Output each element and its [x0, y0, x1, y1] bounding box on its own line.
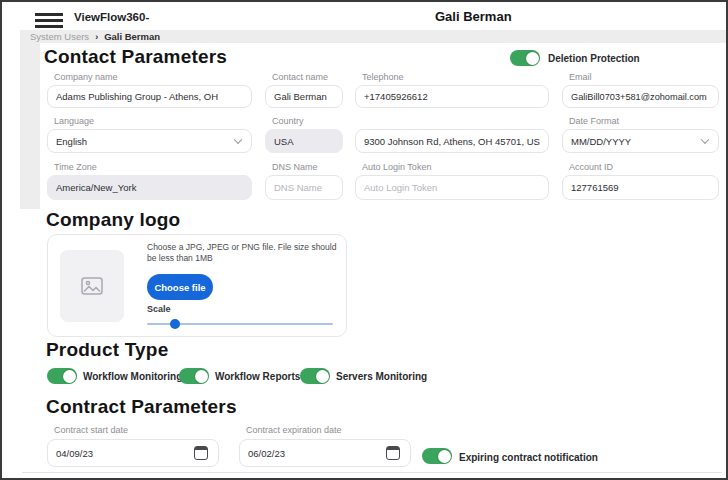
- chevron-down-icon: [701, 136, 709, 144]
- auto-login-token-input[interactable]: [355, 175, 549, 200]
- top-bar: ViewFlow360- Gali Berman: [2, 2, 726, 30]
- calendar-icon[interactable]: [386, 446, 400, 460]
- contract-start-label: Contract start date: [54, 425, 128, 435]
- company-logo-heading: Company logo: [46, 209, 180, 231]
- breadcrumb-system-users[interactable]: System Users: [30, 31, 89, 42]
- dns-name-label: DNS Name: [272, 162, 318, 172]
- servers-monitoring-label: Servers Monitoring: [336, 371, 427, 382]
- email-input[interactable]: [562, 85, 719, 108]
- contract-parameters-heading: Contract Parameters: [46, 396, 237, 418]
- time-zone-field: America/New_York: [47, 175, 252, 200]
- address-input[interactable]: [355, 129, 549, 153]
- date-format-label: Date Format: [569, 116, 619, 126]
- company-name-input[interactable]: [47, 85, 252, 108]
- breadcrumb: System Users › Gali Berman: [30, 31, 160, 42]
- logo-placeholder: [60, 250, 124, 322]
- expiring-contract-notification-label: Expiring contract notification: [459, 452, 598, 463]
- time-zone-value: America/New_York: [56, 182, 136, 193]
- auto-login-token-label: Auto Login Token: [362, 162, 431, 172]
- calendar-icon[interactable]: [194, 446, 208, 460]
- telephone-input[interactable]: [355, 85, 549, 108]
- servers-monitoring-toggle[interactable]: [300, 368, 330, 384]
- country-label: Country: [272, 116, 304, 126]
- image-placeholder-icon: [81, 277, 103, 295]
- date-format-select[interactable]: MM/DD/YYYY: [562, 129, 719, 153]
- left-gutter: [20, 43, 40, 209]
- page-title: Gali Berman: [435, 9, 512, 24]
- app-window: ViewFlow360- Gali Berman System Users › …: [0, 0, 728, 480]
- contact-name-input[interactable]: [265, 85, 343, 108]
- workflow-reports-label: Workflow Reports: [215, 371, 300, 382]
- scale-slider[interactable]: [147, 323, 333, 325]
- contract-expiration-label: Contract expiration date: [246, 425, 342, 435]
- country-value: USA: [274, 136, 294, 147]
- brand-title: ViewFlow360-: [74, 11, 149, 23]
- product-type-heading: Product Type: [46, 339, 168, 361]
- dns-name-input[interactable]: [265, 175, 343, 200]
- logo-hint-text: Choose a JPG, JPEG or PNG file. File siz…: [147, 242, 343, 264]
- language-select[interactable]: English: [47, 129, 252, 153]
- country-field: USA: [265, 129, 343, 153]
- choose-file-button[interactable]: Choose file: [147, 274, 213, 300]
- deletion-protection-label: Deletion Protection: [548, 53, 640, 64]
- contact-parameters-heading: Contact Parameters: [44, 46, 227, 68]
- breadcrumb-current: Gali Berman: [104, 31, 160, 42]
- email-label: Email: [569, 72, 592, 82]
- scale-slider-thumb[interactable]: [170, 319, 180, 329]
- menu-icon[interactable]: [35, 13, 63, 28]
- time-zone-label: Time Zone: [54, 162, 97, 172]
- account-id-label: Account ID: [569, 162, 613, 172]
- date-format-value: MM/DD/YYYY: [571, 136, 631, 147]
- chevron-right-icon: ›: [95, 32, 98, 42]
- company-name-label: Company name: [54, 72, 118, 82]
- language-label: Language: [54, 116, 94, 126]
- telephone-label: Telephone: [362, 72, 404, 82]
- workflow-monitoring-toggle[interactable]: [47, 368, 77, 384]
- account-id-input[interactable]: [562, 175, 719, 200]
- workflow-monitoring-label: Workflow Monitoring: [83, 371, 182, 382]
- expiring-contract-notification-toggle[interactable]: [422, 448, 452, 464]
- language-value: English: [56, 136, 87, 147]
- deletion-protection-toggle[interactable]: [510, 50, 540, 66]
- chevron-down-icon: [234, 136, 242, 144]
- contact-name-label: Contact name: [272, 72, 328, 82]
- workflow-reports-toggle[interactable]: [179, 368, 209, 384]
- bottom-divider: [22, 472, 722, 473]
- scale-label: Scale: [147, 304, 171, 314]
